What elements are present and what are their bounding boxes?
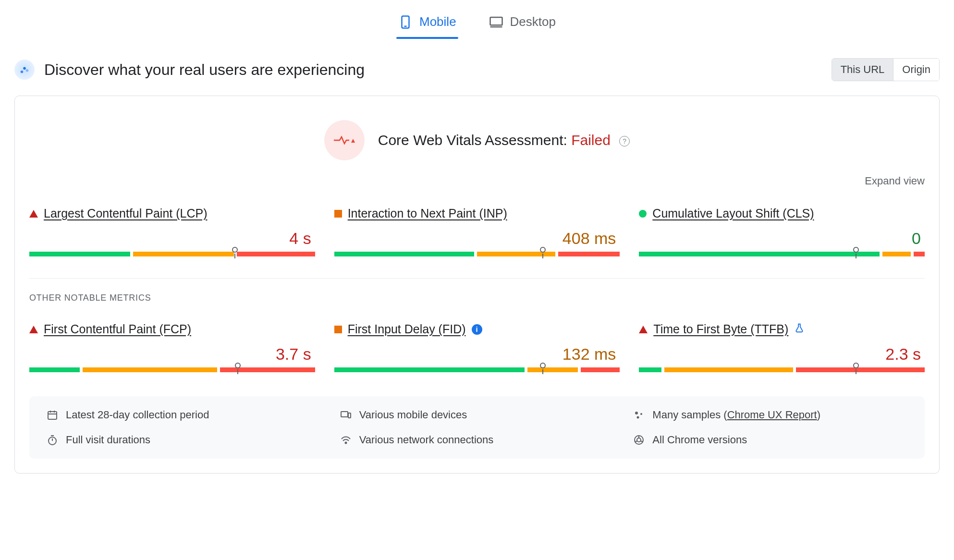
mobile-icon [398,15,413,29]
footer-versions-text: All Chrome versions [652,434,747,446]
assessment-row: Core Web Vitals Assessment: Failed ? [29,120,925,160]
metric-cls-marker [853,247,859,253]
svg-line-24 [640,441,643,442]
svg-point-5 [23,67,26,70]
metric-cls: Cumulative Layout Shift (CLS) 0 [639,207,925,256]
metric-lcp: Largest Contentful Paint (LCP) 4 s [29,207,315,256]
metric-fcp-name[interactable]: First Contentful Paint (FCP) [44,322,191,336]
svg-point-6 [26,69,29,72]
tab-desktop[interactable]: Desktop [487,10,558,34]
footer-period: Latest 28-day collection period [47,409,321,421]
tab-desktop-label: Desktop [510,14,556,29]
heartbeat-icon [324,120,365,160]
metric-lcp-marker [232,247,238,253]
metric-cls-bar [639,252,925,256]
footer-network: Various network connections [340,434,614,446]
svg-rect-7 [48,412,57,419]
metric-ttfb-bar [639,367,925,372]
header-row: Discover what your real users are experi… [14,58,940,81]
calendar-icon [47,409,58,421]
metric-fcp-marker [235,363,241,368]
metric-fid: First Input Delay (FID) i 132 ms [334,322,620,372]
data-source-footer: Latest 28-day collection period Various … [29,396,925,459]
core-web-vitals-grid: Largest Contentful Paint (LCP) 4 s Inter… [29,207,925,256]
scope-toggle: This URL Origin [832,58,940,81]
footer-samples-text: Many samples (Chrome UX Report) [652,409,820,421]
metric-ttfb-name[interactable]: Time to First Byte (TTFB) [653,322,788,336]
assessment-prefix: Core Web Vitals Assessment: [378,132,571,148]
chrome-icon [633,434,645,446]
vitals-panel: Core Web Vitals Assessment: Failed ? Exp… [14,96,940,474]
metrics-divider [29,278,925,279]
other-metrics-heading: OTHER NOTABLE METRICS [29,293,925,303]
svg-point-14 [640,413,642,415]
metric-ttfb-marker [853,363,859,368]
status-good-icon [639,210,647,218]
metric-cls-value: 0 [639,229,925,248]
svg-point-4 [21,71,24,73]
stopwatch-icon [47,434,58,446]
svg-line-23 [635,441,637,442]
page-title: Discover what your real users are experi… [44,61,822,79]
metric-ttfb-value: 2.3 s [639,345,925,364]
experimental-flask-icon[interactable] [794,322,805,336]
toggle-origin[interactable]: Origin [893,59,939,81]
metric-ttfb: Time to First Byte (TTFB) 2.3 s [639,322,925,372]
expand-view-link[interactable]: Expand view [29,175,925,187]
metric-fcp-value: 3.7 s [29,345,315,364]
assessment-status: Failed [571,132,611,148]
tab-mobile-label: Mobile [419,14,456,29]
metric-fid-marker [540,363,546,368]
svg-point-19 [345,442,346,444]
svg-rect-2 [490,17,502,25]
footer-duration: Full visit durations [47,434,321,446]
assessment-text: Core Web Vitals Assessment: Failed ? [378,132,630,148]
metric-fid-value: 132 ms [334,345,620,364]
footer-samples: Many samples (Chrome UX Report) [633,409,907,421]
toggle-this-url[interactable]: This URL [832,59,893,81]
metric-inp-bar [334,252,620,256]
network-icon [340,434,352,446]
footer-duration-text: Full visit durations [66,434,150,446]
metric-lcp-name[interactable]: Largest Contentful Paint (LCP) [44,207,207,220]
footer-period-text: Latest 28-day collection period [66,409,209,421]
footer-network-text: Various network connections [359,434,494,446]
metric-lcp-value: 4 s [29,229,315,248]
svg-rect-11 [341,412,348,417]
metric-fid-name[interactable]: First Input Delay (FID) [348,322,466,336]
chrome-ux-report-link[interactable]: Chrome UX Report [727,409,817,421]
metric-fcp: First Contentful Paint (FCP) 3.7 s [29,322,315,372]
footer-devices: Various mobile devices [340,409,614,421]
desktop-icon [489,15,503,29]
metric-cls-name[interactable]: Cumulative Layout Shift (CLS) [652,207,814,220]
footer-versions: All Chrome versions [633,434,907,446]
status-poor-icon [29,210,38,218]
devices-icon [340,409,352,421]
samples-icon [633,409,645,421]
status-poor-icon [29,326,38,333]
status-needs-improvement-icon [334,326,342,333]
svg-rect-12 [348,413,351,418]
crux-icon [14,60,35,80]
metric-inp-marker [540,247,546,253]
metric-inp: Interaction to Next Paint (INP) 408 ms [334,207,620,256]
metric-fid-bar [334,367,620,372]
assessment-help-icon[interactable]: ? [619,136,630,146]
metric-fcp-bar [29,367,315,372]
device-tabs: Mobile Desktop [14,0,940,39]
status-poor-icon [639,326,648,333]
tab-mobile[interactable]: Mobile [396,10,458,34]
metric-inp-name[interactable]: Interaction to Next Paint (INP) [348,207,507,220]
footer-devices-text: Various mobile devices [359,409,467,421]
metric-lcp-bar [29,252,315,256]
info-icon[interactable]: i [472,324,482,335]
svg-point-13 [635,412,638,414]
status-needs-improvement-icon [334,210,342,218]
svg-point-15 [637,416,639,419]
metric-inp-value: 408 ms [334,229,620,248]
other-metrics-grid: First Contentful Paint (FCP) 3.7 s First… [29,322,925,372]
